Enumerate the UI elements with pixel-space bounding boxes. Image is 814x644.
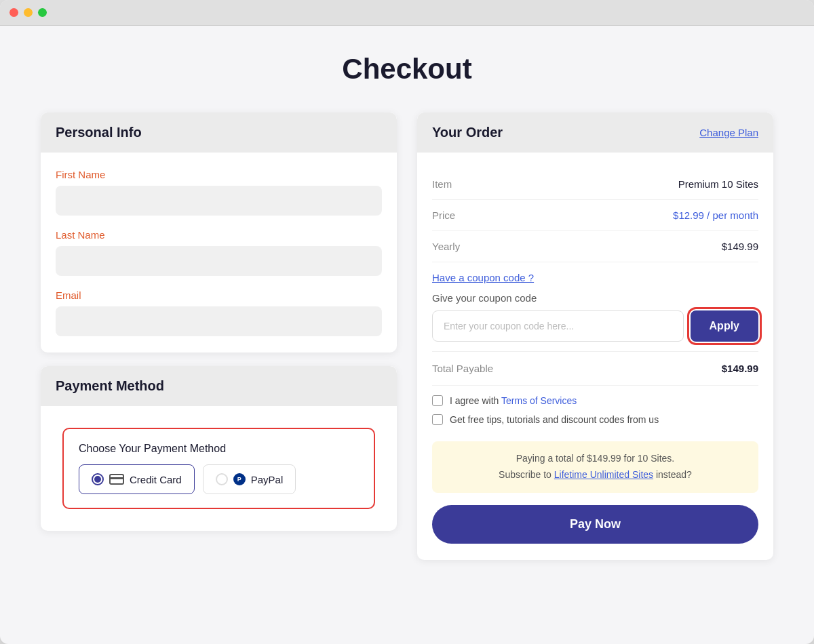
close-button[interactable]	[9, 8, 18, 17]
last-name-group: Last Name	[56, 229, 382, 276]
coupon-input-row: Apply	[432, 310, 758, 342]
main-window: Checkout Personal Info First Name Last N…	[0, 0, 814, 644]
paypal-label: PayPal	[251, 474, 284, 485]
coupon-input[interactable]	[432, 310, 684, 342]
payment-options: Credit Card P PayPal	[79, 464, 359, 494]
total-label: Total Payable	[432, 363, 493, 374]
personal-info-fields: First Name Last Name Email	[41, 153, 397, 353]
radio-inner	[94, 476, 101, 483]
newsletter-checkbox[interactable]	[432, 414, 443, 425]
price-row: Price $12.99 / per month	[432, 200, 758, 231]
first-name-label: First Name	[56, 169, 382, 180]
item-row: Item Premium 10 Sites	[432, 169, 758, 200]
maximize-button[interactable]	[38, 8, 47, 17]
last-name-label: Last Name	[56, 229, 382, 241]
last-name-input[interactable]	[56, 246, 382, 276]
promo-banner: Paying a total of $149.99 for 10 Sites. …	[432, 441, 758, 493]
promo-line2: Subscribe to Lifetime Unlimited Sites in…	[443, 467, 748, 483]
total-row: Total Payable $149.99	[432, 352, 758, 386]
payment-method-header: Payment Method	[41, 366, 397, 406]
coupon-section: Have a coupon code ? Give your coupon co…	[432, 262, 758, 352]
order-header: Your Order Change Plan	[417, 113, 773, 153]
yearly-value: $149.99	[722, 241, 758, 252]
first-name-input[interactable]	[56, 186, 382, 216]
promo-lifetime-link[interactable]: Lifetime Unlimited Sites	[554, 469, 653, 480]
apply-button[interactable]: Apply	[691, 310, 758, 342]
coupon-section-label: Give your coupon code	[432, 292, 758, 304]
paypal-option[interactable]: P PayPal	[203, 464, 296, 494]
choose-payment-label: Choose Your Payment Method	[79, 443, 359, 455]
checkout-grid: Personal Info First Name Last Name Email	[41, 113, 773, 560]
email-group: Email	[56, 289, 382, 336]
terms-text: I agree with Terms of Services	[450, 395, 577, 406]
newsletter-label: Get free tips, tutorials and discount co…	[450, 414, 659, 425]
coupon-link-button[interactable]: Have a coupon code ?	[432, 272, 534, 283]
credit-card-label: Credit Card	[130, 474, 182, 485]
item-label: Item	[432, 178, 452, 190]
terms-checkbox[interactable]	[432, 395, 443, 406]
personal-info-card: Personal Info First Name Last Name Email	[41, 113, 397, 353]
personal-info-header: Personal Info	[41, 113, 397, 153]
page-title: Checkout	[41, 53, 773, 85]
email-label: Email	[56, 289, 382, 301]
credit-card-icon	[109, 474, 124, 485]
credit-card-radio	[92, 473, 104, 485]
credit-card-option[interactable]: Credit Card	[79, 464, 195, 494]
change-plan-button[interactable]: Change Plan	[699, 127, 758, 138]
payment-method-card: Payment Method Choose Your Payment Metho…	[41, 366, 397, 531]
first-name-group: First Name	[56, 169, 382, 216]
order-title: Your Order	[432, 125, 503, 140]
email-input[interactable]	[56, 306, 382, 336]
item-value: Premium 10 Sites	[678, 178, 758, 190]
titlebar	[0, 0, 814, 26]
yearly-label: Yearly	[432, 241, 460, 252]
paypal-icon: P	[233, 473, 246, 485]
minimize-button[interactable]	[24, 8, 33, 17]
order-body: Item Premium 10 Sites Price $12.99 / per…	[417, 153, 773, 560]
terms-row: I agree with Terms of Services	[432, 395, 758, 406]
paypal-radio	[216, 473, 228, 485]
terms-link[interactable]: Terms of Services	[501, 395, 577, 406]
total-value: $149.99	[722, 363, 758, 374]
newsletter-row: Get free tips, tutorials and discount co…	[432, 414, 758, 425]
payment-options-container: Choose Your Payment Method Credit Card	[62, 428, 375, 509]
pay-now-button[interactable]: Pay Now	[432, 505, 758, 544]
order-card: Your Order Change Plan Item Premium 10 S…	[417, 113, 773, 560]
promo-line1: Paying a total of $149.99 for 10 Sites.	[443, 451, 748, 467]
yearly-row: Yearly $149.99	[432, 231, 758, 262]
checkboxes: I agree with Terms of Services Get free …	[432, 386, 758, 435]
left-panel: Personal Info First Name Last Name Email	[41, 113, 397, 531]
price-label: Price	[432, 209, 455, 221]
price-value: $12.99 / per month	[673, 209, 758, 221]
